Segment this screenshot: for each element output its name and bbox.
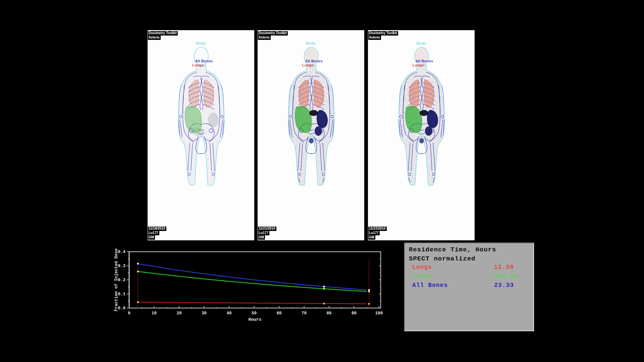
lungs-roi-label: Lungs (255, 63, 361, 67)
svg-text:0.1: 0.1 (118, 292, 125, 297)
isotope-label: Lu177 (148, 231, 159, 235)
svg-text:60: 60 (276, 311, 281, 316)
residence-row-lungs: Lungs 12.58 (405, 263, 533, 272)
organ-label: Lungs (412, 264, 432, 270)
lungs-roi-label: Lungs (365, 63, 472, 67)
bones-roi-label: All Bones (371, 59, 478, 63)
svg-text:0.4: 0.4 (118, 250, 125, 254)
svg-text:50: 50 (252, 311, 257, 316)
scan-date-label: 11/18/2010 (148, 227, 166, 231)
panel-footer-tags: 11/22/2010 Lu177 GM (368, 227, 387, 240)
panel-header-tags: Dosimetry Toolkit Xeleris (258, 31, 288, 40)
svg-text:10: 10 (152, 311, 157, 316)
isotope-label: Lu177 (368, 231, 380, 235)
organ-label: All Bones (412, 282, 448, 289)
panel-header-tags: Dosimetry Toolkit Xeleris (368, 31, 398, 40)
lungs-roi-label: Lungs (145, 63, 251, 67)
dosimetry-workspace: Dosimetry Toolkit Xeleris (0, 0, 644, 362)
body-roi-label: Body (368, 41, 475, 45)
svg-text:80: 80 (326, 311, 331, 316)
svg-text:100: 100 (375, 311, 383, 316)
scan-date-label: 11/21/2010 (258, 227, 276, 231)
body-roi-label: Body (148, 41, 254, 45)
panel-header-tags: Dosimetry Toolkit Xeleris (148, 31, 178, 40)
detector-label: GM (148, 235, 155, 240)
residence-time-panel: Residence Time, Hours SPECT normalized L… (404, 243, 534, 331)
svg-text:40: 40 (226, 311, 231, 316)
svg-text:Hours: Hours (248, 317, 261, 322)
bones-roi-label: All Bones (151, 59, 257, 63)
system-label: Xeleris (258, 36, 271, 40)
svg-text:0.3: 0.3 (118, 264, 125, 268)
isotope-label: Lu177 (258, 231, 269, 235)
residence-row-allbones: All Bones 23.33 (405, 281, 533, 290)
svg-text:0.2: 0.2 (118, 278, 125, 283)
system-label: Xeleris (368, 36, 381, 40)
scan-panel-3[interactable]: Dosimetry Toolkit Xeleris (368, 30, 475, 240)
detector-label: GM (368, 235, 375, 240)
svg-text:30: 30 (202, 311, 207, 316)
body-roi-label: Body (258, 41, 364, 45)
system-label: Xeleris (148, 36, 161, 40)
scan-date-label: 11/22/2010 (368, 227, 387, 231)
svg-text:0: 0 (128, 311, 130, 316)
panel-footer-tags: 11/21/2010 Lu177 GM (258, 227, 276, 240)
residence-title: Residence Time, Hours (409, 246, 533, 253)
svg-text:90: 90 (352, 311, 357, 316)
organ-label: Liver (412, 273, 432, 280)
scan-panel-1[interactable]: Dosimetry Toolkit Xeleris (148, 30, 254, 240)
svg-text:Fraction of Injected Dose: Fraction of Injected Dose (114, 248, 119, 311)
time-activity-chart[interactable]: 01020304050607080901000.00.10.20.30.4Hou… (113, 246, 387, 329)
organ-value: 320.56 (494, 273, 518, 280)
residence-subtitle: SPECT normalized (409, 255, 533, 262)
residence-row-liver: Liver 320.56 (405, 272, 533, 281)
svg-text:70: 70 (302, 311, 307, 316)
toolkit-label: Dosimetry Toolkit (148, 31, 178, 36)
organ-value: 23.33 (494, 282, 514, 289)
detector-label: GM (258, 235, 265, 240)
svg-text:0.0: 0.0 (118, 306, 125, 311)
bones-roi-label: All Bones (261, 59, 367, 63)
toolkit-label: Dosimetry Toolkit (368, 31, 398, 36)
panel-footer-tags: 11/18/2010 Lu177 GM (148, 227, 166, 240)
toolkit-label: Dosimetry Toolkit (258, 31, 288, 36)
svg-text:20: 20 (176, 311, 181, 316)
organ-value: 12.58 (494, 264, 514, 270)
scan-panel-2[interactable]: Dosimetry Toolkit Xeleris (258, 30, 364, 240)
